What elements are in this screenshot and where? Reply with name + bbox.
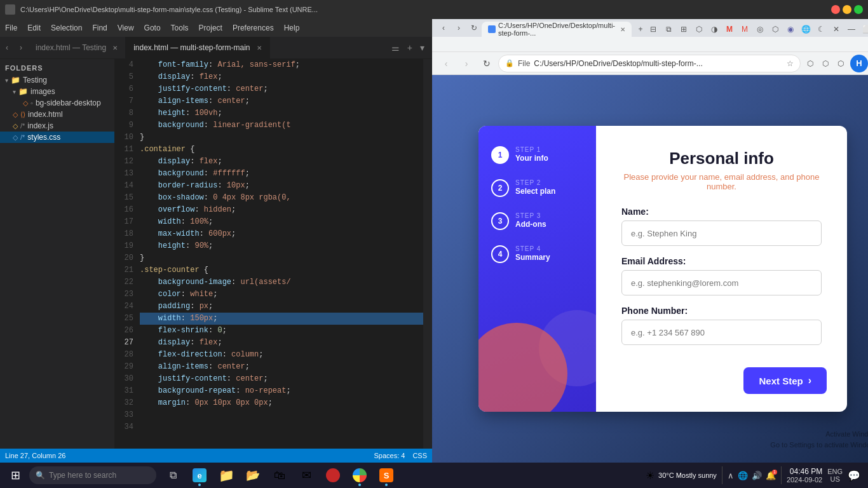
menu-preferences[interactable]: Preferences: [233, 24, 274, 32]
browser-gmail2-icon[interactable]: M: [738, 23, 751, 36]
browser-minimize-win-icon[interactable]: —: [845, 23, 858, 36]
code-line-6: justify-content: center;: [140, 83, 423, 95]
ext-icon-3[interactable]: ⬡: [834, 57, 848, 71]
editor-tab-0-close[interactable]: ✕: [112, 44, 118, 51]
taskbar-app-sublime[interactable]: S: [374, 463, 399, 488]
editor-tab-0[interactable]: index.html — Testing ✕: [28, 37, 126, 58]
code-line-17: overflow: hidden;: [140, 204, 423, 216]
browser-github-icon[interactable]: ⬡: [769, 23, 782, 36]
sidebar-item-indexjs[interactable]: ◇ /* index.js: [0, 120, 114, 132]
maximize-btn[interactable]: [854, 5, 863, 14]
sidebar-item-testing[interactable]: ▾ 📁 Testing: [0, 74, 114, 86]
browser-moon-icon[interactable]: ☾: [815, 23, 827, 36]
browser-gmail-icon[interactable]: M: [723, 23, 736, 36]
code-line-18: width: 100%;: [140, 216, 423, 228]
menu-help[interactable]: Help: [284, 24, 300, 32]
menu-edit[interactable]: Edit: [27, 24, 41, 32]
code-line-14: background: #ffffff;: [140, 168, 423, 180]
browser-tab-0[interactable]: C:/Users/HP/OneDrive/Desktop/multi-step-…: [482, 22, 632, 37]
taskbar-app-red[interactable]: [320, 463, 346, 488]
tab-chevron-down[interactable]: ▾: [417, 41, 427, 54]
minimap-scrollbar[interactable]: [423, 59, 432, 449]
browser-tabs-icon[interactable]: ⧉: [662, 23, 675, 36]
browser-back-btn[interactable]: ‹: [437, 22, 450, 34]
code-line-27: width: 150px;: [140, 313, 423, 325]
taskbar-app-taskview[interactable]: ⧉: [160, 463, 186, 488]
notification-center-icon[interactable]: 💬: [848, 470, 860, 482]
browser-close-tab-icon[interactable]: ✕: [830, 23, 843, 36]
close-btn[interactable]: [831, 5, 840, 14]
weather-widget[interactable]: ☀ 30°C Mostly sunny: [646, 470, 717, 482]
editor-tab-1-close[interactable]: ✕: [257, 44, 262, 51]
step-item-3: 3 Step 3 Add-ons: [491, 212, 583, 230]
menu-view[interactable]: View: [118, 24, 134, 32]
menu-goto[interactable]: Goto: [144, 24, 161, 32]
browser-grid-icon[interactable]: ⊞: [677, 23, 690, 36]
profile-button[interactable]: H: [850, 55, 868, 72]
star-icon[interactable]: ☆: [787, 59, 794, 68]
sidebar-item-images[interactable]: ▾ 📁 images: [0, 86, 114, 97]
chevron-up-icon[interactable]: ∧: [728, 471, 734, 480]
clock-widget[interactable]: 04:46 PM 2024-09-02: [787, 467, 822, 484]
browser-circle-icon[interactable]: ◎: [754, 23, 766, 36]
notification-badge: 1: [772, 470, 777, 475]
taskbar-app-mail[interactable]: ✉: [294, 463, 319, 488]
taskbar-app-edge[interactable]: e: [187, 463, 212, 488]
ext-icon-2[interactable]: ⬡: [818, 57, 832, 71]
next-step-button[interactable]: Next Step ›: [743, 367, 827, 394]
browser-forward-nav-btn[interactable]: ›: [458, 55, 475, 72]
tab-add-btn[interactable]: +: [405, 41, 415, 54]
search-bar[interactable]: 🔍 Type here to search: [29, 466, 156, 484]
browser-globe-icon[interactable]: 🌐: [799, 23, 812, 36]
code-editor: 4 5 6 7 8 9 10 11 12 13 14 15 16 17 18 1…: [114, 59, 432, 449]
browser-arc-icon[interactable]: ◉: [784, 23, 797, 36]
taskbar-app-store[interactable]: 🛍: [267, 463, 292, 488]
browser-back-nav-btn[interactable]: ‹: [437, 55, 455, 72]
sidebar-item-css[interactable]: ◇ /* styles.css: [0, 132, 114, 143]
browser-sidebar-icon[interactable]: ⊟: [647, 23, 660, 36]
code-content[interactable]: font-family: Arial, sans-serif; display:…: [137, 59, 423, 449]
volume-icon[interactable]: 🔊: [752, 471, 762, 480]
menu-find[interactable]: Find: [92, 24, 107, 32]
browser-ext-icon[interactable]: ⬡: [693, 23, 705, 36]
taskbar-app-files[interactable]: 📂: [240, 463, 266, 488]
menu-file[interactable]: File: [5, 24, 17, 32]
browser-ghost-icon[interactable]: ◑: [708, 23, 721, 36]
form-right: Personal info Please provide your name, …: [596, 126, 847, 412]
editor-tab-1[interactable]: index.html — multi-step-form-main ✕: [126, 37, 269, 58]
browser-reload-btn[interactable]: ↻: [478, 55, 496, 72]
start-button[interactable]: ⊞: [3, 463, 28, 488]
email-field-group: Email Address:: [621, 256, 822, 295]
browser-new-tab-btn[interactable]: +: [635, 24, 646, 37]
taskbar-app-explorer[interactable]: 📁: [214, 463, 239, 488]
browser-restore-win-icon[interactable]: ⬜: [860, 23, 868, 36]
sidebar-item-bg[interactable]: ◇ ◦ bg-sidebar-desktop: [0, 97, 114, 109]
minimize-btn[interactable]: [843, 5, 851, 14]
sidebar-item-indexhtml[interactable]: ◇ ⟨⟩ index.html: [0, 109, 114, 120]
browser-toolbar: ‹ › ↻ C:/Users/HP/OneDrive/Desktop/multi…: [432, 19, 868, 52]
browser-forward-btn[interactable]: ›: [452, 22, 465, 34]
name-input[interactable]: [621, 220, 822, 246]
browser-tab-close[interactable]: ✕: [620, 26, 625, 33]
next-arrow-icon: ›: [808, 375, 811, 386]
email-input[interactable]: [621, 270, 822, 295]
tab-nav-next[interactable]: ›: [14, 37, 28, 58]
phone-input[interactable]: [621, 320, 822, 345]
taskbar: ⊞ 🔍 Type here to search ⧉ e 📁 📂 🛍 ✉: [0, 463, 868, 488]
address-bar[interactable]: 🔒 File C:/Users/HP/OneDrive/Desktop/mult…: [498, 55, 801, 72]
browser-history-nav: ‹ › ↻: [437, 22, 480, 37]
menu-selection[interactable]: Selection: [51, 24, 82, 32]
language-indicator[interactable]: ENG US: [827, 468, 843, 483]
explorer-icon: 📁: [219, 468, 234, 483]
menu-project[interactable]: Project: [199, 24, 222, 32]
ext-icon-1[interactable]: ⬡: [803, 57, 817, 71]
browser-refresh-btn[interactable]: ↻: [468, 22, 480, 34]
app-active-dot: [198, 484, 201, 486]
network-icon[interactable]: 🌐: [738, 471, 748, 480]
ln-26: 26: [114, 325, 133, 337]
taskbar-app-chrome[interactable]: [347, 463, 372, 488]
tab-split-icon[interactable]: ⚌: [389, 41, 402, 54]
menu-tools[interactable]: Tools: [171, 24, 189, 32]
tab-nav-prev[interactable]: ‹: [0, 37, 14, 58]
step-circle-4: 4: [491, 245, 509, 263]
